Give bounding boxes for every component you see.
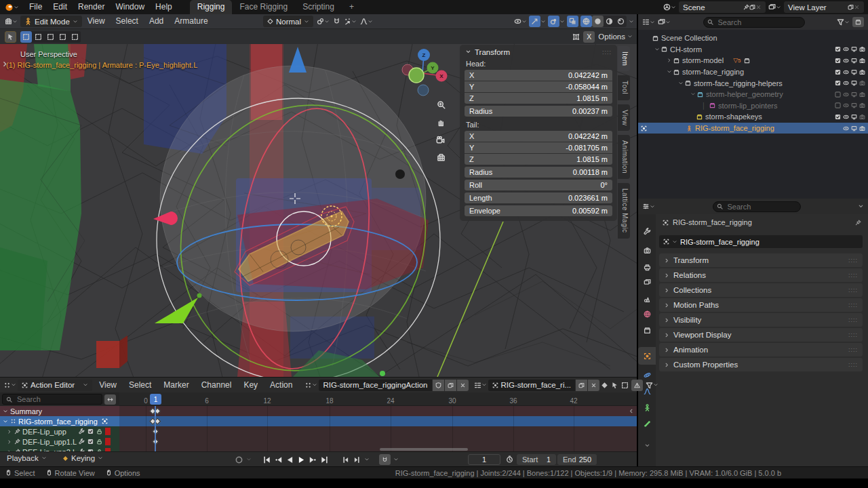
checkbox-icon[interactable] bbox=[835, 92, 841, 98]
show-gizmo-dropdown[interactable] bbox=[529, 16, 546, 27]
nav-gizmo[interactable]: Z Y X bbox=[402, 49, 448, 96]
toolbar-expand-icon[interactable] bbox=[1, 60, 9, 68]
slot-browse-dropdown[interactable] bbox=[474, 382, 487, 389]
snap-options-icon[interactable] bbox=[393, 457, 399, 462]
pin-icon[interactable] bbox=[743, 4, 749, 10]
menu-edit[interactable]: Edit bbox=[47, 0, 73, 14]
panel-motion-paths[interactable]: Motion Paths:::: bbox=[659, 298, 863, 312]
eye-icon[interactable] bbox=[843, 80, 849, 86]
record-options-icon[interactable] bbox=[246, 457, 252, 462]
panel-viewport-display[interactable]: Viewport Display:::: bbox=[659, 328, 863, 342]
camera-icon[interactable] bbox=[859, 92, 865, 98]
camera-icon[interactable] bbox=[859, 58, 865, 64]
copy-icon[interactable] bbox=[749, 4, 755, 10]
eye-icon[interactable] bbox=[843, 125, 849, 131]
camera-view-icon[interactable] bbox=[436, 136, 445, 144]
action-browse-dropdown[interactable] bbox=[304, 382, 317, 389]
outliner-search-input[interactable] bbox=[703, 17, 805, 28]
viewport-menu-armature[interactable]: Armature bbox=[169, 14, 213, 28]
object-visibility-dropdown[interactable] bbox=[514, 18, 527, 25]
frame-back-button[interactable] bbox=[341, 455, 350, 464]
only-selected-icon[interactable] bbox=[611, 382, 618, 389]
tab-world[interactable] bbox=[638, 306, 656, 321]
outliner-row-scene-collection[interactable]: Scene Collection bbox=[638, 33, 868, 44]
transform-orientation-dropdown[interactable]: Normal bbox=[263, 16, 313, 27]
panel-collections[interactable]: Collections:::: bbox=[659, 283, 863, 297]
monitor-icon[interactable] bbox=[851, 46, 857, 52]
select-mode-invert-button[interactable] bbox=[57, 31, 68, 43]
camera-icon[interactable] bbox=[859, 102, 865, 108]
tab-collection[interactable] bbox=[638, 323, 656, 338]
shading-rendered-button[interactable] bbox=[615, 16, 627, 27]
tab-object[interactable] bbox=[638, 347, 656, 365]
outliner-row-ch-storm[interactable]: CH-storm bbox=[638, 44, 868, 56]
outliner-display-mode[interactable] bbox=[658, 18, 671, 26]
tail-x-field[interactable]: X0.042242 m bbox=[465, 131, 612, 142]
dope-menu-view[interactable]: View bbox=[94, 378, 122, 392]
toggle-perspective-icon[interactable] bbox=[437, 153, 446, 162]
pan-view-icon[interactable] bbox=[437, 118, 446, 127]
lock-icon[interactable] bbox=[96, 439, 102, 445]
shading-wireframe-button[interactable] bbox=[580, 16, 592, 27]
tab-view-layer[interactable] bbox=[638, 274, 656, 289]
new-action-button[interactable] bbox=[445, 380, 456, 391]
prev-keyframe-button[interactable] bbox=[274, 455, 283, 464]
outliner-filter-dropdown[interactable] bbox=[837, 18, 850, 26]
play-reverse-button[interactable] bbox=[285, 455, 294, 464]
head-x-field[interactable]: X0.042242 m bbox=[465, 70, 612, 81]
tab-object-data[interactable] bbox=[638, 400, 656, 415]
viewport-menu-view[interactable]: View bbox=[82, 14, 111, 28]
workspace-tab-scripting[interactable]: Scripting bbox=[295, 0, 342, 14]
scene-type-icon[interactable] bbox=[663, 3, 676, 11]
camera-icon[interactable] bbox=[859, 80, 865, 86]
monitor-icon[interactable] bbox=[851, 92, 857, 98]
select-mode-intersect-button[interactable] bbox=[69, 31, 81, 43]
pin-icon[interactable] bbox=[855, 220, 861, 226]
npanel-tab-tool[interactable]: Tool bbox=[618, 75, 630, 100]
viewport-menu-select[interactable]: Select bbox=[111, 14, 144, 28]
horizontal-scrollbar[interactable] bbox=[380, 448, 468, 451]
shading-solid-button[interactable] bbox=[592, 16, 604, 27]
duplicate-slot-button[interactable] bbox=[576, 380, 587, 391]
roll-field[interactable]: Roll0° bbox=[465, 180, 612, 190]
region-collapse-icon[interactable] bbox=[628, 408, 634, 414]
editor-type-outliner[interactable] bbox=[642, 18, 655, 26]
view-layer-type-icon[interactable] bbox=[768, 3, 781, 11]
monitor-icon[interactable] bbox=[851, 125, 857, 131]
copy-icon[interactable] bbox=[848, 4, 854, 10]
action-name-field[interactable]: RIG-storm_face_riggingAction bbox=[319, 380, 431, 391]
eye-icon[interactable] bbox=[843, 102, 849, 108]
menu-file[interactable]: File bbox=[24, 0, 47, 14]
dope-mode-dropdown[interactable]: Action Editor bbox=[18, 380, 92, 391]
dope-menu-channel[interactable]: Channel bbox=[196, 378, 237, 392]
outliner-row-shapekeys[interactable]: storm-shapekeys bbox=[638, 111, 868, 123]
dope-menu-select[interactable]: Select bbox=[123, 378, 157, 392]
mode-dropdown[interactable]: Edit Mode bbox=[20, 16, 82, 27]
snap-settings-dropdown[interactable] bbox=[344, 18, 357, 25]
outliner-row-helpers[interactable]: storm-face_rigging-helpers bbox=[638, 77, 868, 89]
jump-to-end-button[interactable] bbox=[320, 455, 329, 464]
properties-search-input[interactable] bbox=[713, 201, 801, 212]
timeline-ruler[interactable] bbox=[119, 392, 637, 406]
playhead-badge[interactable]: 1 bbox=[150, 394, 161, 405]
show-overlays-dropdown[interactable] bbox=[548, 16, 565, 27]
record-button[interactable] bbox=[235, 455, 243, 464]
add-workspace-button[interactable]: + bbox=[342, 0, 361, 14]
select-mode-subtract-button[interactable] bbox=[45, 31, 56, 43]
menu-window[interactable]: Window bbox=[110, 0, 150, 14]
dope-menu-marker[interactable]: Marker bbox=[158, 378, 194, 392]
unlink-action-button[interactable] bbox=[457, 380, 469, 391]
menu-render[interactable]: Render bbox=[73, 0, 110, 14]
channel-rig-object[interactable]: RIG-storm_face_rigging bbox=[0, 416, 119, 426]
channel-enable-checkbox[interactable] bbox=[87, 428, 94, 434]
modifier-icon[interactable] bbox=[79, 428, 85, 434]
channel-search-input[interactable] bbox=[2, 394, 102, 405]
dope-menu-action[interactable]: Action bbox=[264, 378, 298, 392]
checkbox-icon[interactable] bbox=[835, 114, 841, 120]
snap-keys-button[interactable] bbox=[379, 454, 391, 465]
outliner-row-lip-pointers[interactable]: │storm-lip_pointers bbox=[638, 100, 868, 112]
checkbox-icon[interactable] bbox=[835, 102, 841, 108]
auto-snap-icon[interactable] bbox=[601, 382, 608, 389]
transform-panel-header[interactable]: Transform :::: bbox=[460, 45, 617, 59]
panel-drag-handle[interactable]: :::: bbox=[602, 49, 612, 56]
